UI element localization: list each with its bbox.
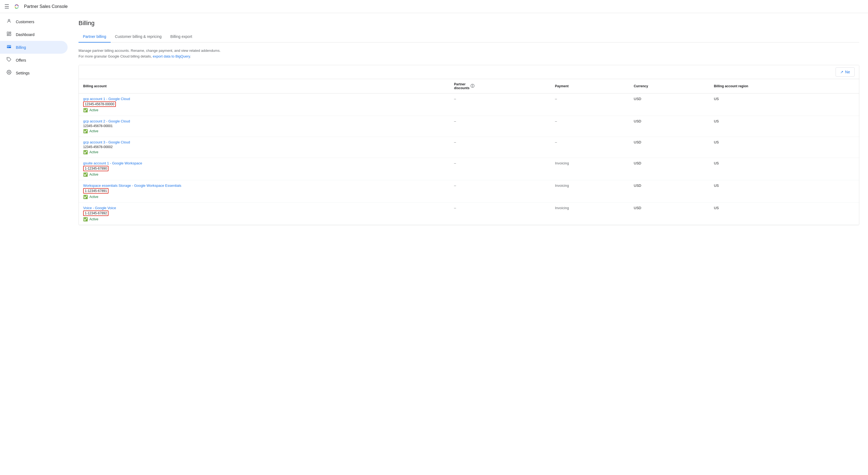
- customers-icon: [6, 19, 11, 25]
- cell-currency-4: USD: [629, 180, 710, 202]
- svg-rect-3: [9, 32, 11, 33]
- account-link-0[interactable]: gcp account 1 - Google Cloud: [83, 97, 445, 101]
- tab-partner-billing[interactable]: Partner billing: [79, 31, 111, 42]
- sidebar-item-settings[interactable]: Settings: [0, 66, 68, 79]
- account-id-3: 1-12345-67890: [83, 166, 108, 171]
- offers-icon: [6, 57, 11, 63]
- svg-point-1: [8, 19, 10, 21]
- app-title: Partner Sales Console: [24, 4, 68, 9]
- sidebar-item-billing[interactable]: Billing: [0, 41, 68, 54]
- cell-discounts-1: –: [450, 116, 551, 137]
- account-link-2[interactable]: gcp account 3 - Google Cloud: [83, 140, 445, 144]
- billing-table: Billing account Partner discounts ⓘ Paym…: [79, 79, 859, 225]
- sidebar-label-offers: Offers: [16, 58, 26, 62]
- active-check-icon-2: ✅: [83, 150, 88, 154]
- sidebar-label-billing: Billing: [16, 45, 26, 50]
- open-in-new-icon: ↗: [840, 70, 843, 74]
- cell-discounts-3: –: [450, 158, 551, 180]
- active-check-icon-4: ✅: [83, 195, 88, 199]
- account-id-5: 1-12345-67892: [83, 210, 108, 216]
- cell-payment-4: Invoicing: [551, 180, 629, 202]
- sidebar-item-customers[interactable]: Customers: [0, 15, 68, 28]
- cell-account-4: Workspace essentials Storage - Google Wo…: [79, 180, 450, 202]
- active-check-icon-5: ✅: [83, 217, 88, 221]
- active-check-icon-0: ✅: [83, 108, 88, 112]
- svg-rect-4: [9, 34, 11, 36]
- cell-region-3: US: [710, 158, 859, 180]
- account-id-1: 12345-45678-00001: [83, 124, 113, 128]
- tabs-bar: Partner billing Customer billing & repri…: [79, 31, 859, 42]
- dashboard-icon: [6, 31, 11, 38]
- new-button[interactable]: ↗ Ne: [836, 67, 855, 77]
- account-id-2: 12345-45678-00002: [83, 145, 113, 149]
- cell-payment-2: –: [551, 137, 629, 158]
- cell-region-4: US: [710, 180, 859, 202]
- svg-rect-8: [8, 47, 9, 48]
- account-status-3: ✅ Active: [83, 172, 445, 177]
- table-toolbar: ↗ Ne: [79, 65, 859, 79]
- table-header-row: Billing account Partner discounts ⓘ Paym…: [79, 79, 859, 93]
- menu-icon[interactable]: ☰: [4, 3, 9, 10]
- col-header-region: Billing account region: [710, 79, 859, 93]
- col-header-partner-discounts: Partner discounts ⓘ: [450, 79, 551, 93]
- account-link-3[interactable]: gsuite account 1 - Google Workspace: [83, 161, 445, 165]
- bigquery-export-link[interactable]: export data to BigQuery: [153, 54, 190, 58]
- content-area: Billing Partner billing Customer billing…: [70, 13, 868, 232]
- cell-discounts-5: –: [450, 202, 551, 225]
- svg-point-10: [8, 72, 10, 73]
- cell-payment-5: Invoicing: [551, 202, 629, 225]
- active-check-icon-1: ✅: [83, 129, 88, 133]
- settings-icon: [6, 70, 11, 76]
- account-id-4: 1-12345-67891: [83, 188, 108, 194]
- account-link-1[interactable]: gcp account 2 - Google Cloud: [83, 119, 445, 123]
- partner-discounts-info-icon[interactable]: ⓘ: [470, 84, 474, 89]
- cell-payment-3: Invoicing: [551, 158, 629, 180]
- account-link-4[interactable]: Workspace essentials Storage - Google Wo…: [83, 183, 445, 187]
- sidebar-label-settings: Settings: [16, 71, 30, 75]
- description-text: Manage partner billing accounts. Rename,…: [79, 48, 859, 59]
- table-row: gcp account 1 - Google Cloud 12345-45678…: [79, 93, 859, 116]
- account-status-5: ✅ Active: [83, 217, 445, 221]
- cell-region-5: US: [710, 202, 859, 225]
- cell-account-2: gcp account 3 - Google Cloud 12345-45678…: [79, 137, 450, 158]
- account-link-5[interactable]: Voice - Google Voice: [83, 206, 445, 210]
- svg-rect-2: [7, 32, 8, 34]
- account-status-0: ✅ Active: [83, 108, 445, 112]
- svg-rect-7: [7, 46, 11, 47]
- page-title: Billing: [79, 20, 859, 27]
- google-cloud-logo: [13, 4, 20, 9]
- active-check-icon-3: ✅: [83, 172, 88, 177]
- svg-rect-5: [7, 35, 8, 36]
- topbar: ☰ Partner Sales Console: [0, 0, 868, 13]
- cell-discounts-2: –: [450, 137, 551, 158]
- cell-currency-0: USD: [629, 93, 710, 116]
- main-layout: Customers Dashboard Billing Offers Setti…: [0, 13, 868, 475]
- sidebar-item-offers[interactable]: Offers: [0, 54, 68, 66]
- table-row: gcp account 2 - Google Cloud 12345-45678…: [79, 116, 859, 137]
- cell-account-1: gcp account 2 - Google Cloud 12345-45678…: [79, 116, 450, 137]
- col-header-billing-account: Billing account: [79, 79, 450, 93]
- cell-account-0: gcp account 1 - Google Cloud 12345-45678…: [79, 93, 450, 116]
- table-row: Voice - Google Voice 1-12345-67892 ✅ Act…: [79, 202, 859, 225]
- cell-currency-3: USD: [629, 158, 710, 180]
- cell-region-0: US: [710, 93, 859, 116]
- cell-account-5: Voice - Google Voice 1-12345-67892 ✅ Act…: [79, 202, 450, 225]
- col-header-currency: Currency: [629, 79, 710, 93]
- cell-region-1: US: [710, 116, 859, 137]
- sidebar-item-dashboard[interactable]: Dashboard: [0, 28, 68, 41]
- account-status-4: ✅ Active: [83, 195, 445, 199]
- cell-currency-5: USD: [629, 202, 710, 225]
- table-row: gsuite account 1 - Google Workspace 1-12…: [79, 158, 859, 180]
- tab-customer-billing[interactable]: Customer billing & repricing: [111, 31, 166, 42]
- cell-currency-2: USD: [629, 137, 710, 158]
- svg-rect-6: [7, 45, 11, 48]
- sidebar-label-customers: Customers: [16, 20, 34, 24]
- account-id-0: 12345-45678-00000: [83, 101, 116, 107]
- sidebar: Customers Dashboard Billing Offers Setti…: [0, 13, 70, 475]
- account-status-1: ✅ Active: [83, 129, 445, 133]
- cell-discounts-0: –: [450, 93, 551, 116]
- col-header-payment: Payment: [551, 79, 629, 93]
- tab-billing-export[interactable]: Billing export: [166, 31, 196, 42]
- cell-payment-0: –: [551, 93, 629, 116]
- cell-account-3: gsuite account 1 - Google Workspace 1-12…: [79, 158, 450, 180]
